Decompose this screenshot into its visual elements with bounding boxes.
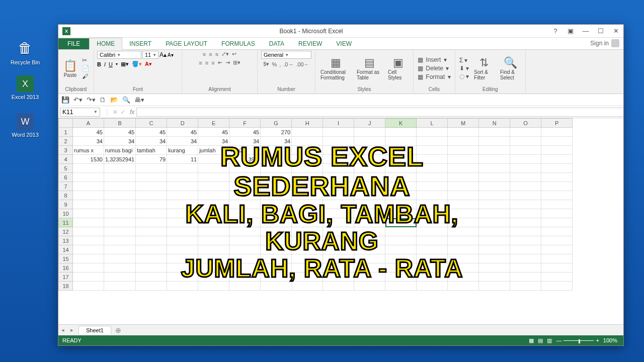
- cell[interactable]: [229, 273, 261, 282]
- cell[interactable]: [261, 282, 292, 291]
- cell[interactable]: [448, 245, 479, 254]
- cell[interactable]: [385, 191, 417, 200]
- cell[interactable]: [541, 218, 573, 227]
- cell[interactable]: [136, 191, 167, 200]
- cell[interactable]: [229, 254, 261, 263]
- cell[interactable]: [198, 191, 229, 200]
- cell[interactable]: [136, 218, 167, 227]
- cell[interactable]: 34: [229, 137, 261, 146]
- cell[interactable]: [198, 282, 229, 291]
- cell[interactable]: jumlah: [198, 146, 229, 155]
- cell[interactable]: [104, 164, 136, 173]
- cell[interactable]: [479, 254, 510, 263]
- cell[interactable]: [510, 137, 541, 146]
- cell[interactable]: [198, 164, 229, 173]
- cell[interactable]: [323, 218, 354, 227]
- column-header[interactable]: F: [229, 119, 261, 128]
- cell[interactable]: [229, 191, 261, 200]
- cell[interactable]: [136, 200, 167, 209]
- cell[interactable]: 34: [136, 137, 167, 146]
- cell[interactable]: [323, 209, 354, 218]
- cell[interactable]: [510, 173, 541, 182]
- cell[interactable]: 34: [261, 137, 292, 146]
- cell[interactable]: [229, 182, 261, 191]
- column-header[interactable]: L: [417, 119, 448, 128]
- cell[interactable]: [448, 209, 479, 218]
- cell[interactable]: [167, 236, 198, 245]
- cell[interactable]: [417, 236, 448, 245]
- cell[interactable]: [292, 218, 323, 227]
- column-header[interactable]: K: [385, 119, 417, 128]
- cell[interactable]: [323, 263, 354, 273]
- maximize-icon[interactable]: ☐: [593, 25, 608, 38]
- cell[interactable]: [136, 173, 167, 182]
- cell[interactable]: [541, 263, 573, 273]
- cell[interactable]: [417, 245, 448, 254]
- cell[interactable]: [417, 173, 448, 182]
- column-header[interactable]: D: [167, 119, 198, 128]
- cell[interactable]: [167, 200, 198, 209]
- undo-icon[interactable]: ↶▾: [73, 96, 83, 104]
- cell[interactable]: [354, 282, 385, 291]
- column-header[interactable]: M: [448, 119, 479, 128]
- column-header[interactable]: C: [136, 119, 167, 128]
- column-header[interactable]: I: [323, 119, 354, 128]
- cell[interactable]: [261, 155, 292, 164]
- cell[interactable]: [198, 254, 229, 263]
- cell[interactable]: [198, 182, 229, 191]
- cell[interactable]: [448, 155, 479, 164]
- cell[interactable]: [323, 200, 354, 209]
- zoom-level[interactable]: 100%: [601, 337, 619, 343]
- align-right-icon[interactable]: ≡: [211, 60, 214, 66]
- cell[interactable]: [136, 236, 167, 245]
- cell[interactable]: [323, 137, 354, 146]
- cell[interactable]: [73, 254, 104, 263]
- cell[interactable]: [261, 263, 292, 273]
- cell[interactable]: [541, 173, 573, 182]
- cell[interactable]: [385, 164, 417, 173]
- conditional-formatting-button[interactable]: ▦Conditional Formatting: [318, 55, 353, 81]
- cell[interactable]: [354, 218, 385, 227]
- cell[interactable]: [198, 227, 229, 236]
- cell[interactable]: [385, 218, 417, 227]
- cell[interactable]: [229, 164, 261, 173]
- column-header[interactable]: J: [354, 119, 385, 128]
- cell[interactable]: [229, 282, 261, 291]
- row-header[interactable]: 16: [59, 263, 73, 273]
- cell[interactable]: [167, 245, 198, 254]
- cell[interactable]: [479, 218, 510, 227]
- cell[interactable]: [541, 273, 573, 282]
- name-box[interactable]: K11▼: [60, 108, 100, 117]
- cell[interactable]: [354, 263, 385, 273]
- zoom-out-icon[interactable]: —: [554, 337, 564, 343]
- view-normal-icon[interactable]: ▦: [527, 337, 536, 344]
- sheet-tab[interactable]: Sheet1: [78, 326, 111, 334]
- orientation-icon[interactable]: ⤢▾: [221, 51, 229, 57]
- cell[interactable]: [541, 245, 573, 254]
- cell[interactable]: [541, 146, 573, 155]
- cell[interactable]: [73, 218, 104, 227]
- cell[interactable]: [479, 236, 510, 245]
- cell[interactable]: [73, 191, 104, 200]
- cell[interactable]: [354, 209, 385, 218]
- cell[interactable]: [448, 282, 479, 291]
- cell[interactable]: 79: [136, 155, 167, 164]
- cell[interactable]: [354, 200, 385, 209]
- cell[interactable]: [385, 254, 417, 263]
- cell[interactable]: [167, 164, 198, 173]
- fill-color-button[interactable]: 🪣▾: [132, 61, 142, 67]
- desktop-word[interactable]: W Word 2013: [8, 113, 43, 138]
- cell[interactable]: [541, 164, 573, 173]
- autosum-icon[interactable]: Σ ▾: [458, 57, 470, 64]
- new-icon[interactable]: 🗋: [100, 96, 106, 104]
- cancel-formula-icon[interactable]: ✕: [113, 109, 118, 116]
- cell[interactable]: [229, 227, 261, 236]
- cell[interactable]: [417, 146, 448, 155]
- row-header[interactable]: 1: [59, 128, 73, 137]
- save-icon[interactable]: 💾: [61, 96, 69, 104]
- row-header[interactable]: 18: [59, 282, 73, 291]
- cell[interactable]: [73, 273, 104, 282]
- cell[interactable]: [292, 200, 323, 209]
- sheet-nav-prev-icon[interactable]: ◂: [58, 327, 67, 333]
- cell[interactable]: [136, 254, 167, 263]
